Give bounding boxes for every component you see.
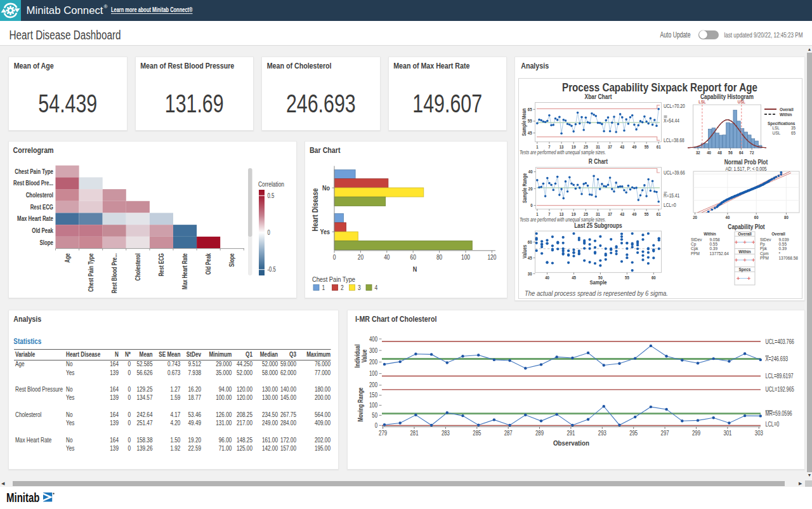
svg-text:USL: USL	[773, 130, 781, 136]
svg-text:161.00: 161.00	[262, 436, 278, 444]
svg-text:LCL=38.68: LCL=38.68	[664, 137, 684, 143]
svg-text:284.00: 284.00	[280, 419, 296, 426]
svg-text:N*: N*	[125, 350, 131, 358]
svg-text:54.439: 54.439	[38, 89, 97, 118]
svg-text:49: 49	[632, 211, 637, 217]
svg-text:Yes: Yes	[320, 228, 331, 235]
svg-text:564.00: 564.00	[315, 411, 331, 418]
svg-text:9.512: 9.512	[188, 360, 202, 367]
svg-text:1.50: 1.50	[171, 436, 181, 444]
svg-text:200: 200	[369, 381, 377, 388]
svg-text:267.75: 267.75	[280, 411, 296, 418]
svg-text:Variable: Variable	[15, 350, 36, 358]
svg-text:293: 293	[598, 430, 606, 437]
svg-text:Correlogram: Correlogram	[13, 145, 54, 155]
svg-text:131.69: 131.69	[165, 89, 224, 118]
svg-text:Mean of Cholesterol: Mean of Cholesterol	[267, 61, 332, 70]
svg-text:131.00: 131.00	[216, 419, 232, 426]
svg-text:UCL=403.766: UCL=403.766	[766, 338, 795, 345]
svg-text:50: 50	[372, 412, 377, 419]
svg-text:195.00: 195.00	[315, 444, 331, 452]
svg-text:251.47: 251.47	[136, 419, 152, 426]
svg-text:No: No	[66, 360, 73, 367]
svg-text:139: 139	[110, 444, 119, 452]
svg-text:Yes: Yes	[66, 369, 74, 376]
svg-text:Yes: Yes	[66, 393, 74, 401]
svg-text:120.00: 120.00	[237, 385, 252, 393]
svg-text:0: 0	[128, 360, 131, 367]
svg-text:No: No	[66, 385, 73, 393]
svg-text:2: 2	[341, 284, 344, 291]
svg-text:120: 120	[487, 253, 496, 261]
svg-text:0: 0	[128, 411, 131, 418]
svg-text:65: 65	[791, 130, 796, 136]
svg-text:76.000: 76.000	[315, 360, 331, 367]
svg-text:Rest Blood Pre...: Rest Blood Pre...	[110, 253, 118, 293]
svg-text:R=15.41: R=15.41	[664, 192, 679, 199]
svg-text:100.00: 100.00	[216, 393, 232, 401]
svg-text:59.000: 59.000	[280, 360, 296, 367]
svg-text:43: 43	[620, 144, 624, 150]
svg-text:0.5: 0.5	[268, 192, 275, 199]
svg-text:Cholesterol: Cholesterol	[26, 191, 53, 199]
svg-text:303: 303	[755, 430, 763, 437]
svg-text:N: N	[413, 265, 417, 273]
svg-text:4.17: 4.17	[171, 411, 181, 418]
svg-text:139.26: 139.26	[136, 444, 152, 452]
svg-text:208.25: 208.25	[237, 411, 252, 418]
svg-text:77.000: 77.000	[315, 369, 331, 376]
svg-text:157.00: 157.00	[280, 444, 296, 452]
svg-text:R Chart: R Chart	[589, 157, 608, 165]
svg-text:150: 150	[369, 392, 377, 399]
svg-text:Rest ECG: Rest ECG	[30, 203, 53, 211]
svg-text:202.00: 202.00	[315, 436, 331, 444]
svg-text:last updated 9/20/22, 12:45:23: last updated 9/20/22, 12:45:23 PM	[724, 31, 803, 39]
svg-text:Correlation: Correlation	[258, 180, 284, 188]
svg-text:287: 287	[504, 430, 513, 437]
svg-text:125.00: 125.00	[237, 444, 252, 452]
svg-text:Rest Blood Pressure: Rest Blood Pressure	[15, 385, 63, 393]
svg-text:Learn more about Minitab Conne: Learn more about Minitab Connect®	[111, 6, 193, 13]
svg-text:139: 139	[110, 419, 119, 426]
svg-text:43: 43	[620, 211, 624, 217]
svg-text:400: 400	[369, 336, 377, 343]
svg-text:Sample Range: Sample Range	[521, 173, 528, 203]
svg-text:130.00: 130.00	[262, 385, 278, 393]
svg-text:Auto Update: Auto Update	[660, 30, 691, 39]
svg-text:40: 40	[545, 275, 549, 281]
svg-text:Age: Age	[15, 360, 25, 367]
svg-text:I-MR Chart of Cholesterol: I-MR Chart of Cholesterol	[355, 314, 437, 324]
svg-text:20: 20	[528, 186, 533, 192]
svg-text:148.25: 148.25	[237, 436, 252, 444]
svg-text:Mean of Age: Mean of Age	[14, 61, 54, 70]
svg-text:149.607: 149.607	[412, 89, 482, 118]
svg-text:60: 60	[410, 253, 416, 261]
svg-text:Max Heart Rate: Max Heart Rate	[181, 253, 188, 289]
svg-text:Sample: Sample	[590, 279, 607, 286]
svg-text:Within: Within	[780, 112, 792, 117]
svg-text:291: 291	[566, 430, 575, 437]
svg-text:Normal Prob Plot: Normal Prob Plot	[724, 158, 768, 166]
svg-text:409.00: 409.00	[315, 419, 331, 426]
svg-text:164: 164	[110, 436, 119, 444]
svg-text:234.50: 234.50	[262, 411, 278, 418]
svg-text:279: 279	[379, 430, 387, 437]
svg-text:289: 289	[535, 430, 544, 437]
svg-text:Specs: Specs	[739, 267, 751, 272]
svg-text:4.20: 4.20	[171, 419, 181, 426]
svg-text:No: No	[66, 436, 73, 444]
svg-text:200.00: 200.00	[315, 393, 331, 401]
svg-text:96.00: 96.00	[219, 436, 232, 444]
svg-text:130.00: 130.00	[262, 393, 278, 401]
svg-text:Mean: Mean	[140, 350, 153, 358]
svg-text:45: 45	[572, 275, 576, 281]
svg-text:Age: Age	[63, 253, 71, 263]
svg-text:37: 37	[608, 211, 612, 217]
svg-text:Max Heart Rate: Max Heart Rate	[15, 436, 52, 444]
svg-text:249.00: 249.00	[262, 419, 278, 426]
svg-text:Bar Chart: Bar Chart	[310, 145, 341, 155]
svg-text:Rest ECG: Rest ECG	[157, 253, 165, 276]
svg-text:1.27: 1.27	[171, 385, 181, 393]
svg-text:SE Mean: SE Mean	[159, 350, 180, 358]
svg-text:134.57: 134.57	[136, 393, 152, 401]
